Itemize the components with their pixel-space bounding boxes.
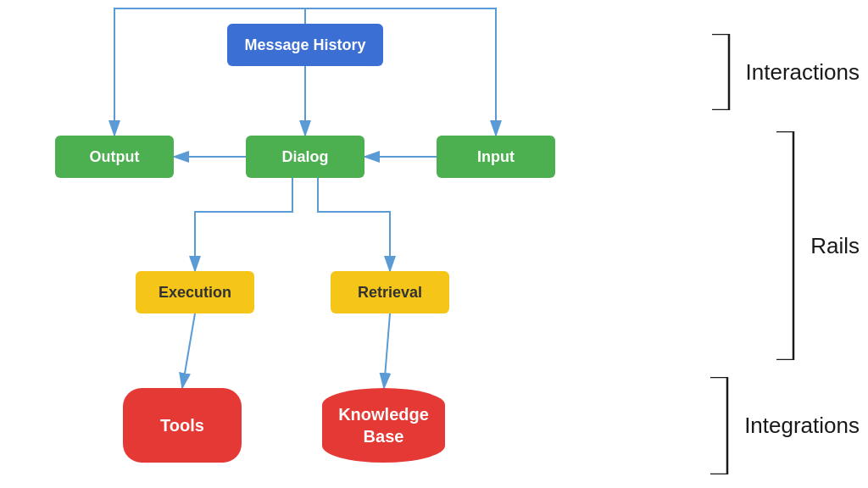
arrows-svg: [0, 0, 636, 488]
svg-line-4: [182, 313, 195, 388]
integrations-bracket-svg: [710, 377, 736, 474]
rails-bracket-svg: [776, 131, 802, 360]
svg-line-5: [384, 313, 390, 388]
dialog-label: Dialog: [281, 148, 328, 166]
integrations-label: Integrations: [744, 413, 860, 439]
dialog-node: Dialog: [246, 136, 364, 178]
integrations-bracket-item: Integrations: [710, 377, 860, 474]
message-history-label: Message History: [244, 36, 365, 54]
retrieval-label: Retrieval: [358, 284, 422, 302]
knowledge-base-node: Knowledge Base: [322, 388, 445, 463]
message-history-node: Message History: [227, 24, 383, 66]
output-label: Output: [90, 148, 140, 166]
input-label: Input: [477, 148, 515, 166]
input-node: Input: [437, 136, 555, 178]
interactions-bracket-svg: [712, 34, 737, 110]
retrieval-node: Retrieval: [331, 271, 449, 313]
labels-area: Interactions Rails Integrations: [636, 0, 868, 488]
knowledge-base-label: Knowledge Base: [338, 403, 429, 447]
interactions-bracket-item: Interactions: [712, 34, 860, 110]
execution-label: Execution: [159, 284, 231, 302]
diagram-area: Message History Output Dialog Input Exec…: [0, 0, 636, 488]
tools-node: Tools: [123, 388, 242, 463]
rails-bracket-item: Rails: [776, 131, 860, 360]
rails-label: Rails: [810, 233, 860, 259]
interactions-label: Interactions: [746, 59, 860, 86]
tools-label: Tools: [160, 416, 204, 435]
output-node: Output: [55, 136, 174, 178]
execution-node: Execution: [136, 271, 254, 313]
